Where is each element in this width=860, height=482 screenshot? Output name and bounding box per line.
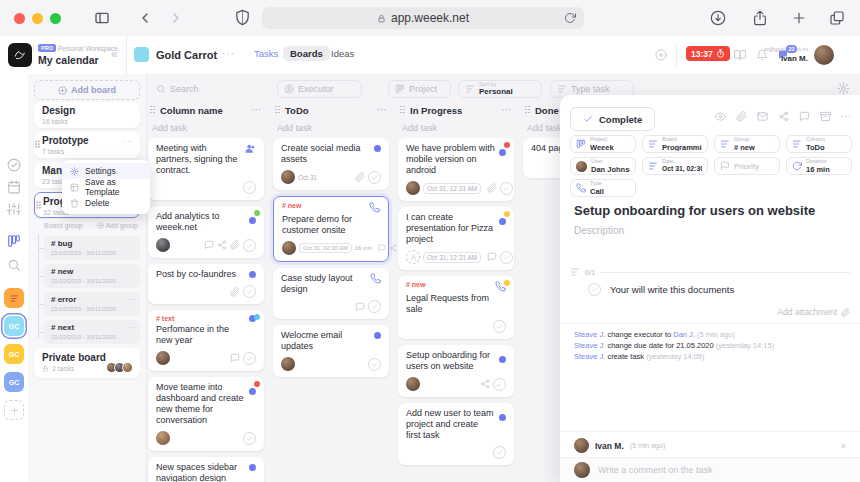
minimize-window-button[interactable] (32, 13, 43, 24)
close-icon[interactable]: × (841, 441, 846, 451)
filters-sliders-icon[interactable] (7, 202, 21, 216)
field-user[interactable]: User Dan Johnson (570, 157, 636, 175)
timer-badge[interactable]: 13:37 (686, 46, 730, 61)
zoom-window-button[interactable] (50, 13, 61, 24)
complete-check-icon[interactable] (493, 320, 506, 333)
forward-icon[interactable] (168, 10, 184, 26)
field-priority[interactable]: Priority (714, 157, 780, 175)
board-item-private[interactable]: Private board 2 tasks (34, 348, 140, 378)
field-duration[interactable]: Duration 16 min (786, 157, 852, 175)
field-column[interactable]: Column ToDo (786, 135, 852, 153)
comments-icon[interactable] (799, 111, 810, 122)
task-card[interactable]: Add analytics to weeek.net (148, 206, 264, 258)
field-board[interactable]: Board Programming (642, 135, 708, 153)
drag-handle-icon[interactable] (35, 140, 40, 148)
description-placeholder[interactable]: Description (574, 225, 624, 236)
add-board-button[interactable]: Add board (34, 80, 140, 100)
share-page-icon[interactable] (752, 10, 768, 26)
drag-handle-icon[interactable] (525, 106, 531, 115)
task-card-selected[interactable]: # new Prepare demo for customer onsite O… (273, 196, 389, 262)
tab-ideas[interactable]: Ideas (331, 48, 354, 59)
task-card[interactable]: I can create presentation for Pizza proj… (398, 207, 514, 270)
close-window-button[interactable] (14, 13, 25, 24)
task-card[interactable]: Create social media assets Oct 31 (273, 138, 389, 190)
mail-icon[interactable] (757, 111, 768, 122)
task-card[interactable]: Move teame into dashboard and create new… (148, 377, 264, 451)
column-more-icon[interactable]: ··· (252, 105, 263, 115)
drag-handle-icon[interactable] (36, 201, 41, 209)
complete-task-button[interactable]: Complete (570, 107, 655, 131)
workspace-avatar-yellow[interactable]: GC (4, 344, 24, 364)
board-more-icon[interactable]: ··· (124, 136, 135, 146)
share-icon[interactable] (480, 379, 490, 389)
task-card[interactable]: New spaces sidebar navigation design (148, 457, 264, 482)
whats-new-icon[interactable] (4, 288, 24, 308)
watch-task-icon[interactable] (715, 111, 726, 122)
task-card[interactable]: # text Perfomance in the new year (148, 310, 264, 371)
drag-handle-icon[interactable] (150, 106, 156, 115)
add-group-button[interactable]: Add group (97, 222, 138, 229)
add-task-input[interactable]: Add task (148, 117, 264, 138)
executor-filter[interactable]: Executor (277, 80, 362, 98)
downloads-icon[interactable] (710, 10, 726, 26)
field-type[interactable]: Type Call (570, 179, 636, 197)
column-header[interactable]: ToDo ··· (273, 103, 389, 117)
attach-icon[interactable] (487, 183, 497, 193)
sort-by-select[interactable]: Sort by Personal (458, 80, 542, 98)
subtasks-icon[interactable] (570, 267, 580, 277)
calendar-icon[interactable] (7, 180, 21, 194)
complete-check-icon[interactable] (493, 446, 506, 459)
project-filter[interactable]: Project (388, 80, 451, 98)
attach-icon[interactable] (355, 172, 365, 182)
subtask-check-icon[interactable] (588, 283, 601, 296)
group-item-error[interactable]: # error 21/10/2019 - 30/11/2020 ··· (44, 292, 140, 316)
add-member-icon[interactable] (655, 49, 667, 61)
search-input[interactable]: Search (150, 80, 264, 98)
tab-boards[interactable]: Boards (283, 46, 330, 61)
attach-icon[interactable] (736, 111, 747, 122)
collapse-sidebar-icon[interactable]: « (111, 47, 118, 61)
field-project[interactable]: Project Weeek (570, 135, 636, 153)
task-detail-title[interactable]: Setup onboarding for users on website (574, 203, 815, 218)
my-calendar-label[interactable]: My calendar (38, 54, 99, 66)
comment-icon[interactable] (355, 302, 365, 312)
menu-item-delete[interactable]: Delete (62, 195, 150, 211)
search-icon[interactable] (7, 258, 21, 272)
comment-icon[interactable] (487, 252, 497, 262)
attach-icon[interactable] (230, 287, 240, 297)
tasks-icon[interactable] (7, 158, 21, 172)
comment-icon[interactable] (204, 240, 214, 250)
task-card[interactable]: # new Legal Requests from sale (398, 276, 514, 339)
new-tab-icon[interactable] (791, 10, 807, 26)
group-item-next[interactable]: # next 21/10/2019 - 30/11/2020 ··· (44, 320, 140, 344)
add-attachment-button[interactable]: Add attachment (777, 307, 850, 317)
tab-tasks[interactable]: Tasks (254, 48, 278, 59)
comment-icon[interactable] (230, 353, 240, 363)
column-more-icon[interactable]: ··· (502, 105, 513, 115)
group-more-icon[interactable]: ··· (127, 323, 135, 332)
comment-icon[interactable] (378, 244, 386, 252)
task-card[interactable]: Add new user to team project and create … (398, 403, 514, 465)
menu-item-save-as-template[interactable]: Save as Template (62, 179, 150, 195)
share-icon[interactable] (389, 244, 397, 252)
back-icon[interactable] (137, 10, 153, 26)
complete-check-icon[interactable] (243, 239, 256, 252)
complete-check-icon[interactable] (500, 182, 513, 195)
complete-check-icon[interactable] (368, 171, 381, 184)
task-card[interactable]: We have problem with mobile version on a… (398, 138, 514, 201)
add-workspace-button[interactable] (4, 400, 24, 420)
project-name[interactable]: Gold Carrot (156, 49, 217, 61)
tab-overview-icon[interactable] (829, 10, 845, 26)
reload-icon[interactable] (564, 12, 576, 24)
unassigned-avatar-icon[interactable] (406, 250, 420, 264)
drag-handle-icon[interactable] (275, 106, 281, 115)
board-item-design[interactable]: Design 16 tasks (34, 102, 140, 128)
complete-check-icon[interactable] (368, 358, 381, 371)
share-icon[interactable] (217, 240, 227, 250)
column-more-icon[interactable]: ··· (377, 105, 388, 115)
task-card[interactable]: Setup onboarding for users on website (398, 345, 514, 397)
address-bar[interactable]: app.weeek.net (262, 7, 584, 29)
add-task-input[interactable]: Add task (273, 117, 389, 138)
complete-check-icon[interactable] (243, 352, 256, 365)
group-item-bug[interactable]: # bug 21/10/2019 - 30/11/2020 (44, 236, 140, 260)
